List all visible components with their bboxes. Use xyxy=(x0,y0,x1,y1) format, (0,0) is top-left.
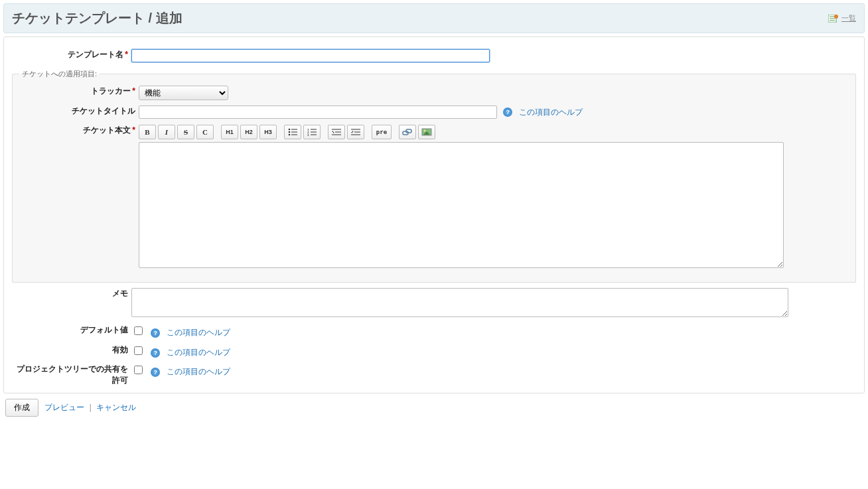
label-share-tree: プロジェクトツリーでの共有を許可 xyxy=(12,364,128,386)
help-link-enabled[interactable]: この項目のヘルプ xyxy=(167,348,230,357)
form-actions: プレビュー | キャンセル xyxy=(5,399,868,417)
help-link-share-tree[interactable]: この項目のヘルプ xyxy=(167,367,230,376)
template-name-input[interactable] xyxy=(131,49,490,62)
label-template-name: テンプレート名* xyxy=(12,49,128,60)
svg-point-28 xyxy=(424,130,426,132)
label-memo: メモ xyxy=(12,288,128,299)
toolbar-code-button[interactable]: C xyxy=(196,125,214,139)
help-link-issue-title[interactable]: この項目のヘルプ xyxy=(519,107,583,117)
toolbar-indent-button[interactable] xyxy=(347,125,364,139)
submit-button[interactable] xyxy=(5,399,38,417)
svg-point-5 xyxy=(289,129,291,131)
row-enabled: 有効 ? この項目のヘルプ xyxy=(12,344,856,359)
svg-marker-18 xyxy=(332,131,334,133)
help-link-default[interactable]: この項目のヘルプ xyxy=(167,328,230,337)
row-issue-body: チケット本文* B I S C H1 H2 H3 xyxy=(19,125,849,270)
toolbar-italic-button[interactable]: I xyxy=(158,125,175,139)
svg-marker-22 xyxy=(351,131,354,133)
toolbar-unindent-button[interactable] xyxy=(328,125,345,139)
help-icon: ? xyxy=(503,107,512,117)
default-checkbox[interactable] xyxy=(134,326,143,335)
label-issue-title: チケットタイトル xyxy=(19,105,135,117)
tracker-select[interactable]: 機能 xyxy=(139,86,228,100)
svg-point-9 xyxy=(289,134,291,136)
separator: | xyxy=(90,403,92,412)
issue-title-input[interactable] xyxy=(139,105,497,119)
help-icon: ? xyxy=(151,368,160,377)
cancel-link[interactable]: キャンセル xyxy=(96,403,136,412)
title-bar: チケットテンプレート / 追加 一覧 xyxy=(3,3,865,33)
share-tree-checkbox[interactable] xyxy=(134,366,143,374)
row-tracker: トラッカー* 機能 xyxy=(19,86,849,100)
row-template-name: テンプレート名* xyxy=(12,49,856,64)
row-share-tree: プロジェクトツリーでの共有を許可 ? この項目のヘルプ xyxy=(12,364,856,378)
label-issue-body: チケット本文* xyxy=(19,125,135,136)
list-link[interactable]: 一覧 xyxy=(828,13,856,23)
toolbar-ul-button[interactable] xyxy=(284,125,301,139)
label-enabled: 有効 xyxy=(12,344,128,356)
issue-body-textarea[interactable] xyxy=(139,142,784,268)
page-title: チケットテンプレート / 追加 xyxy=(12,9,182,27)
help-icon: ? xyxy=(151,328,160,338)
toolbar-image-button[interactable] xyxy=(418,125,435,139)
fieldset-legend: チケットへの適用項目: xyxy=(19,69,100,79)
svg-text:3: 3 xyxy=(307,133,309,136)
svg-point-4 xyxy=(834,15,838,19)
list-icon xyxy=(828,15,839,23)
svg-point-7 xyxy=(289,131,291,133)
label-tracker: トラッカー* xyxy=(19,86,135,97)
wiki-toolbar: B I S C H1 H2 H3 123 xyxy=(139,125,849,139)
toolbar-bold-button[interactable]: B xyxy=(139,125,156,139)
toolbar-h3-button[interactable]: H3 xyxy=(259,125,277,139)
row-memo: メモ xyxy=(12,288,856,319)
label-default: デフォルト値 xyxy=(12,324,128,336)
issue-fields-fieldset: チケットへの適用項目: トラッカー* 機能 チケットタイトル ? この項目のヘル… xyxy=(12,69,856,283)
memo-textarea[interactable] xyxy=(131,288,788,317)
toolbar-h2-button[interactable]: H2 xyxy=(240,125,257,139)
toolbar-strike-button[interactable]: S xyxy=(177,125,194,139)
row-default: デフォルト値 ? この項目のヘルプ xyxy=(12,324,856,339)
preview-link[interactable]: プレビュー xyxy=(44,403,84,412)
toolbar-ol-button[interactable]: 123 xyxy=(303,125,321,139)
list-link-label: 一覧 xyxy=(841,13,856,23)
row-issue-title: チケットタイトル ? この項目のヘルプ xyxy=(19,105,849,120)
form-box: テンプレート名* チケットへの適用項目: トラッカー* 機能 チケットタイトル … xyxy=(3,36,865,393)
enabled-checkbox[interactable] xyxy=(134,346,143,355)
toolbar-pre-button[interactable]: pre xyxy=(372,125,392,139)
help-icon: ? xyxy=(151,348,160,358)
toolbar-link-button[interactable] xyxy=(399,125,416,139)
toolbar-h1-button[interactable]: H1 xyxy=(221,125,238,139)
